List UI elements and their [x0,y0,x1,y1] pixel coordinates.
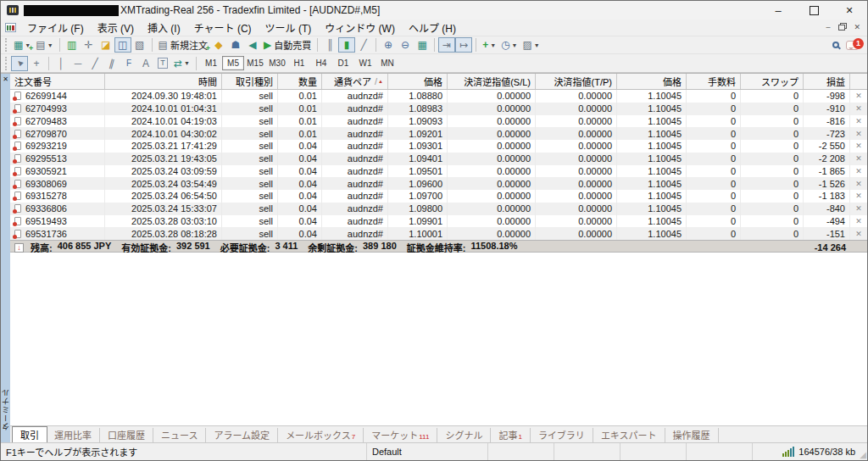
search-icon[interactable] [832,42,839,48]
terminal-tab[interactable]: 運用比率 [47,428,100,442]
order-row[interactable]: 62709483 2024.10.01 04:19:03 sell 0.01 a… [10,115,867,128]
col-order[interactable]: 注文番号 [10,74,105,89]
arrows-button[interactable]: ⇄▼ [171,56,192,71]
col-lots[interactable]: 数量 [278,74,322,89]
new-chart-button[interactable]: ▦+▼ [11,37,33,53]
close-order-icon[interactable]: ✕ [855,204,862,213]
minimize-button[interactable] [760,1,796,19]
child-restore-button[interactable] [838,25,845,31]
col-swap[interactable]: スワップ [741,74,804,89]
bar-chart-button[interactable]: ║ [321,37,338,53]
terminal-tab[interactable]: 口座履歴 [100,428,153,442]
close-order-icon[interactable]: ✕ [855,180,862,188]
close-order-icon[interactable]: ✕ [855,154,862,163]
order-row[interactable]: 62704993 2024.10.01 01:04:31 sell 0.01 a… [10,103,867,115]
menu-item[interactable]: ヘルプ (H) [402,19,463,36]
order-row[interactable]: 69308069 2025.03.24 03:54:49 sell 0.04 a… [10,177,867,190]
community-button[interactable]: ☗ [227,37,244,53]
terminal-tab[interactable]: 操作履歴 [665,428,719,442]
order-row[interactable]: 69305921 2025.03.24 03:09:59 sell 0.04 a… [10,165,867,178]
terminal-dock-bar[interactable]: ✕ ターミナル [1,74,10,442]
col-close-price[interactable]: 価格 [617,74,687,89]
close-order-icon[interactable]: ✕ [855,192,862,200]
line-chart-button[interactable]: ╱ [355,37,372,53]
menu-item[interactable]: ツール (T) [259,19,319,36]
periods-button[interactable]: ◷▼ [498,37,520,53]
close-order-icon[interactable]: ✕ [855,217,862,225]
notifications-icon[interactable]: 1 [846,41,859,50]
candlestick-button[interactable]: ▮ [338,37,355,53]
status-profile[interactable]: Default [367,443,488,460]
terminal-close-icon[interactable]: ✕ [3,75,8,84]
auto-scroll-button[interactable]: ⇥ [438,37,455,53]
zoom-out-button[interactable]: ⊖ [397,37,414,53]
resize-grip-icon[interactable]: ◢ [860,451,866,459]
timeframe-button[interactable]: D1 [332,56,354,70]
maximize-button[interactable] [796,1,832,19]
terminal-tab[interactable]: 取引 [12,426,47,442]
order-row[interactable]: 69315278 2025.03.24 06:54:50 sell 0.04 a… [10,190,867,203]
close-order-icon[interactable]: ✕ [855,117,862,125]
timeframe-button[interactable]: M30 [266,56,288,70]
child-minimize-button[interactable]: – [826,24,830,31]
tile-windows-button[interactable]: ▦ [414,37,431,53]
indicators-button[interactable]: +▼ [480,37,498,53]
order-row[interactable]: 69531736 2025.03.28 08:18:28 sell 0.04 a… [10,227,867,240]
chart-shift-button[interactable]: ↦ [455,37,472,53]
new-order-button[interactable]: ▤+新規注文 [156,37,210,53]
close-order-icon[interactable]: ✕ [855,130,862,138]
terminal-tab[interactable]: エキスパート [593,428,665,442]
col-type[interactable]: 取引種別 [222,74,278,89]
order-row[interactable]: 62699144 2024.09.30 19:48:01 sell 0.01 a… [10,90,867,103]
timeframe-button[interactable]: H4 [310,56,332,70]
col-tp[interactable]: 決済指値(T/P) [536,74,617,89]
timeframe-button[interactable]: M5 [222,56,244,70]
data-window-button[interactable]: ✛ [81,37,97,53]
navigator-button[interactable]: ◪ [97,37,114,53]
cursor-button[interactable]: ► [11,56,28,71]
terminal-button[interactable]: ◫ [114,37,131,53]
menu-item[interactable]: 表示 (V) [91,19,141,36]
order-row[interactable]: 62709870 2024.10.01 04:30:02 sell 0.01 a… [10,127,867,140]
timeframe-button[interactable]: MN [376,56,398,70]
toolbar-grip[interactable] [5,57,8,70]
terminal-tab[interactable]: メールボックス 7 [278,428,364,442]
close-order-icon[interactable]: ✕ [855,104,862,113]
timeframe-button[interactable]: H1 [288,56,310,70]
close-order-icon[interactable]: ✕ [855,230,862,238]
terminal-tab[interactable]: ニュース [153,428,206,442]
order-row[interactable]: 69519493 2025.03.28 03:03:10 sell 0.04 a… [10,215,867,228]
vertical-line-button[interactable]: │ [53,56,70,71]
close-order-icon[interactable]: ✕ [855,92,862,100]
templates-button[interactable]: ▨▼ [520,37,542,53]
zoom-in-button[interactable]: ⊕ [380,37,397,53]
terminal-tab[interactable]: 記事 1 [491,428,530,442]
close-button[interactable] [832,1,867,19]
col-symbol[interactable]: 通貨ペア/▲ [322,74,388,89]
menu-item[interactable]: ファイル (F) [20,19,91,36]
terminal-tab[interactable]: マーケット 111 [364,428,437,442]
sound-button[interactable]: ◀ [244,37,261,53]
channel-button[interactable]: ∥ [103,56,120,71]
col-commission[interactable]: 手数料 [687,74,741,89]
close-order-icon[interactable]: ✕ [855,142,862,150]
col-sl[interactable]: 決済逆指値(S/L) [448,74,536,89]
order-row[interactable]: 69336806 2025.03.24 15:33:07 sell 0.04 a… [10,203,867,215]
fibonacci-button[interactable]: F [120,56,137,71]
timeframe-button[interactable]: M1 [200,56,222,70]
terminal-tab[interactable]: ライブラリ [531,428,593,442]
terminal-tab[interactable]: アラーム設定 [206,428,278,442]
col-profit[interactable]: 損益 [804,74,850,89]
close-order-icon[interactable]: ✕ [855,167,862,175]
trendline-button[interactable]: ╱ [86,56,103,71]
col-price[interactable]: 価格 [388,74,448,89]
menu-item[interactable]: チャート (C) [187,19,259,36]
order-row[interactable]: 69293219 2025.03.21 17:41:29 sell 0.04 a… [10,140,867,153]
order-row[interactable]: 69295513 2025.03.21 19:43:05 sell 0.04 a… [10,153,867,165]
menu-item[interactable]: ウィンドウ (W) [318,19,402,36]
terminal-tab[interactable]: シグナル [437,428,491,442]
timeframe-button[interactable]: W1 [354,56,376,70]
crosshair-button[interactable]: + [28,56,45,71]
strategy-tester-button[interactable]: ▧ [131,37,148,53]
autotrading-button[interactable]: ▶自動売買 [261,37,314,53]
